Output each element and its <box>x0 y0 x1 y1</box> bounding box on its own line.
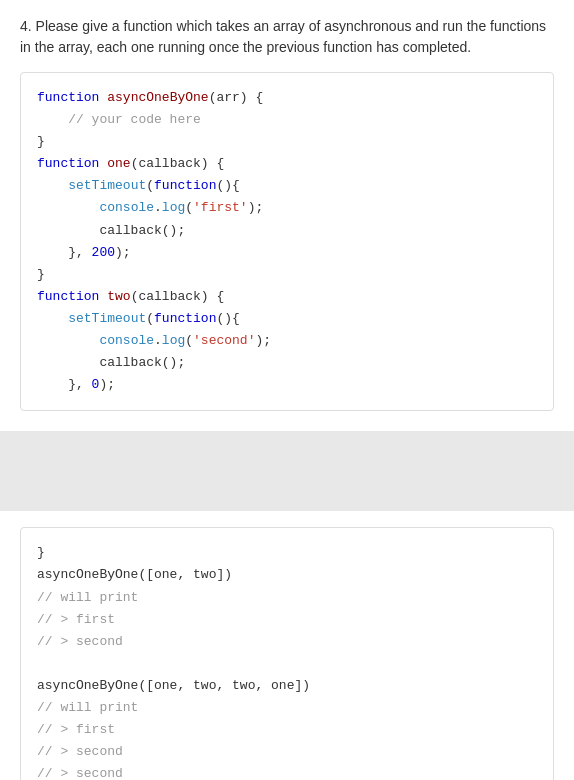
keyword: function <box>154 311 216 326</box>
question-section: 4. Please give a function which takes an… <box>0 0 574 431</box>
code-line: // > second <box>37 631 537 653</box>
code-line: asyncOneByOne([one, two]) <box>37 564 537 586</box>
plain-text: (callback) { <box>131 289 225 304</box>
plain-text <box>37 200 99 215</box>
plain-text: (){ <box>216 311 239 326</box>
code-line: } <box>37 264 537 286</box>
code-line <box>37 653 537 675</box>
plain-text: (){ <box>216 178 239 193</box>
code-line: } <box>37 131 537 153</box>
code-line: callback(); <box>37 220 537 242</box>
code-line: // > second <box>37 741 537 763</box>
keyword: function <box>154 178 216 193</box>
code-line: // will print <box>37 587 537 609</box>
fn-name: asyncOneByOne <box>107 90 208 105</box>
plain-text: } <box>37 134 45 149</box>
code-line: console.log('second'); <box>37 330 537 352</box>
code-line: // will print <box>37 697 537 719</box>
plain-text: ( <box>185 333 193 348</box>
code-line: setTimeout(function(){ <box>37 175 537 197</box>
code-line: asyncOneByOne([one, two, two, one]) <box>37 675 537 697</box>
plain-text: } <box>37 267 45 282</box>
fn-name: two <box>107 289 130 304</box>
code-line: // > second <box>37 763 537 780</box>
code-line: function two(callback) { <box>37 286 537 308</box>
code-line: console.log('first'); <box>37 197 537 219</box>
code-line: callback(); <box>37 352 537 374</box>
code-line: function one(callback) { <box>37 153 537 175</box>
method: log <box>162 200 185 215</box>
plain-text: }, <box>37 377 92 392</box>
method: setTimeout <box>68 311 146 326</box>
comment: // your code here <box>37 112 201 127</box>
plain-text <box>37 178 68 193</box>
code-line: } <box>37 542 537 564</box>
code-block-1: function asyncOneByOne(arr) { // your co… <box>20 72 554 411</box>
code-line: }, 0); <box>37 374 537 396</box>
code-line: function asyncOneByOne(arr) { <box>37 87 537 109</box>
number: 200 <box>92 245 115 260</box>
plain-text: (arr) { <box>209 90 264 105</box>
keyword: function <box>37 90 99 105</box>
plain-text: (callback) { <box>131 156 225 171</box>
keyword: function <box>37 289 99 304</box>
section-divider <box>0 431 574 511</box>
plain-text <box>37 333 99 348</box>
plain-text: ); <box>115 245 131 260</box>
plain-text: ); <box>99 377 115 392</box>
code-block-2: } asyncOneByOne([one, two]) // will prin… <box>20 527 554 780</box>
plain-text: callback(); <box>37 355 185 370</box>
plain-text <box>37 311 68 326</box>
plain-text: ); <box>248 200 264 215</box>
code-line: setTimeout(function(){ <box>37 308 537 330</box>
plain-text: }, <box>37 245 92 260</box>
method: console <box>99 200 154 215</box>
plain-text: ( <box>146 311 154 326</box>
plain-text: . <box>154 200 162 215</box>
plain-text: ( <box>185 200 193 215</box>
string: 'second' <box>193 333 255 348</box>
plain-text: ); <box>255 333 271 348</box>
string: 'first' <box>193 200 248 215</box>
answer-section: } asyncOneByOne([one, two]) // will prin… <box>0 511 574 780</box>
keyword: function <box>37 156 99 171</box>
question-text: 4. Please give a function which takes an… <box>20 16 554 58</box>
method: setTimeout <box>68 178 146 193</box>
code-line: }, 200); <box>37 242 537 264</box>
plain-text: . <box>154 333 162 348</box>
fn-name: one <box>107 156 130 171</box>
method: log <box>162 333 185 348</box>
plain-text: callback(); <box>37 223 185 238</box>
code-line: // your code here <box>37 109 537 131</box>
method: console <box>99 333 154 348</box>
plain-text: ( <box>146 178 154 193</box>
code-line: // > first <box>37 609 537 631</box>
code-line: // > first <box>37 719 537 741</box>
